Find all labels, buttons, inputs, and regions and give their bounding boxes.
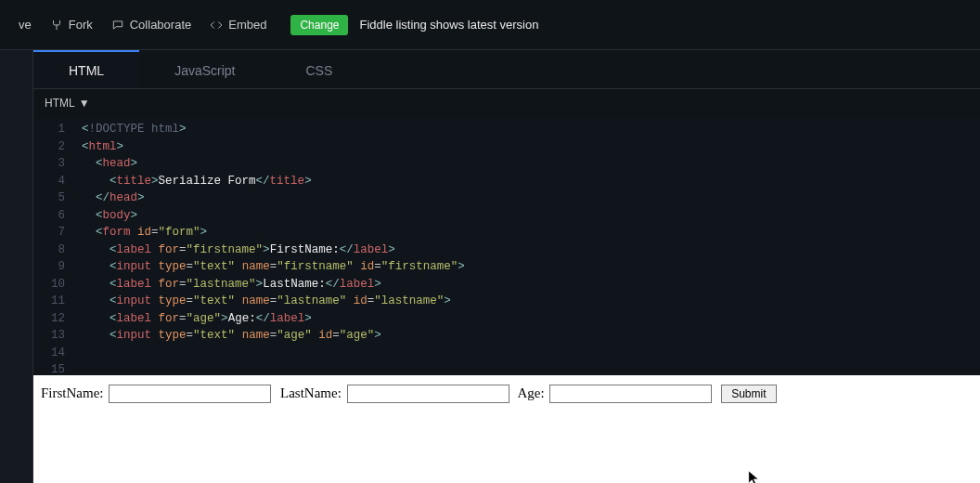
collaborate-button[interactable]: Collaborate bbox=[102, 12, 201, 37]
tab-javascript[interactable]: JavaScript bbox=[139, 50, 270, 88]
preview-pane: FirstName: LastName: Age: Submit bbox=[33, 375, 980, 483]
fork-icon bbox=[50, 19, 63, 32]
line-number: 9 bbox=[37, 258, 65, 276]
change-label: Change bbox=[300, 19, 339, 32]
tab-javascript-label: JavaScript bbox=[174, 63, 235, 78]
line-number: 6 bbox=[37, 207, 65, 225]
embed-button[interactable]: Embed bbox=[200, 12, 276, 37]
chat-icon bbox=[111, 19, 124, 32]
collaborate-label: Collaborate bbox=[130, 18, 192, 32]
fork-label: Fork bbox=[69, 18, 93, 32]
tab-css[interactable]: CSS bbox=[270, 50, 368, 88]
editor-tabs: HTML JavaScript CSS bbox=[33, 50, 980, 89]
language-selector-label: HTML bbox=[45, 97, 75, 110]
code-editor[interactable]: 1 2 3 4 5 6 7 8 9 10 11 12 13 14 15 <!DO… bbox=[33, 117, 980, 375]
line-number: 4 bbox=[37, 173, 65, 190]
line-number: 5 bbox=[37, 189, 65, 207]
line-number: 11 bbox=[37, 293, 65, 310]
tab-css-label: CSS bbox=[305, 63, 332, 78]
editor-pane: HTML JavaScript CSS HTML ▼ 1 2 3 4 5 6 7… bbox=[33, 50, 980, 375]
embed-icon bbox=[210, 19, 223, 32]
firstname-input[interactable] bbox=[109, 385, 271, 403]
language-selector[interactable]: HTML ▼ bbox=[33, 89, 980, 117]
line-number: 10 bbox=[37, 276, 65, 294]
tab-html[interactable]: HTML bbox=[33, 50, 139, 88]
submit-label: Submit bbox=[731, 387, 766, 400]
caret-down-icon: ▼ bbox=[79, 97, 90, 110]
line-number: 12 bbox=[37, 310, 65, 328]
line-number: 8 bbox=[37, 242, 65, 259]
submit-button[interactable]: Submit bbox=[721, 385, 776, 403]
line-number: 3 bbox=[37, 155, 65, 173]
code-body[interactable]: <!DOCTYPE html><html> <head> <title>Seri… bbox=[74, 117, 980, 375]
tab-html-label: HTML bbox=[69, 63, 104, 78]
fork-button[interactable]: Fork bbox=[41, 12, 102, 37]
age-label: Age: bbox=[518, 385, 545, 400]
save-button[interactable]: ve bbox=[9, 12, 41, 37]
line-number: 13 bbox=[37, 327, 65, 345]
line-gutter: 1 2 3 4 5 6 7 8 9 10 11 12 13 14 15 bbox=[33, 117, 74, 375]
line-number: 14 bbox=[37, 345, 65, 362]
save-label: ve bbox=[19, 18, 32, 32]
toolbar: ve Fork Collaborate Embed Change Fiddle … bbox=[0, 0, 980, 50]
age-input[interactable] bbox=[549, 385, 712, 403]
line-number: 7 bbox=[37, 224, 65, 242]
line-number: 2 bbox=[37, 138, 65, 156]
lastname-label: LastName: bbox=[280, 385, 342, 400]
line-number: 15 bbox=[37, 361, 65, 375]
listing-text: Fiddle listing shows latest version bbox=[359, 18, 538, 32]
change-button[interactable]: Change bbox=[290, 15, 348, 35]
line-number: 1 bbox=[37, 121, 65, 138]
left-sidebar bbox=[0, 50, 33, 483]
firstname-label: FirstName: bbox=[41, 385, 104, 400]
embed-label: Embed bbox=[228, 18, 266, 32]
lastname-input[interactable] bbox=[347, 385, 509, 403]
